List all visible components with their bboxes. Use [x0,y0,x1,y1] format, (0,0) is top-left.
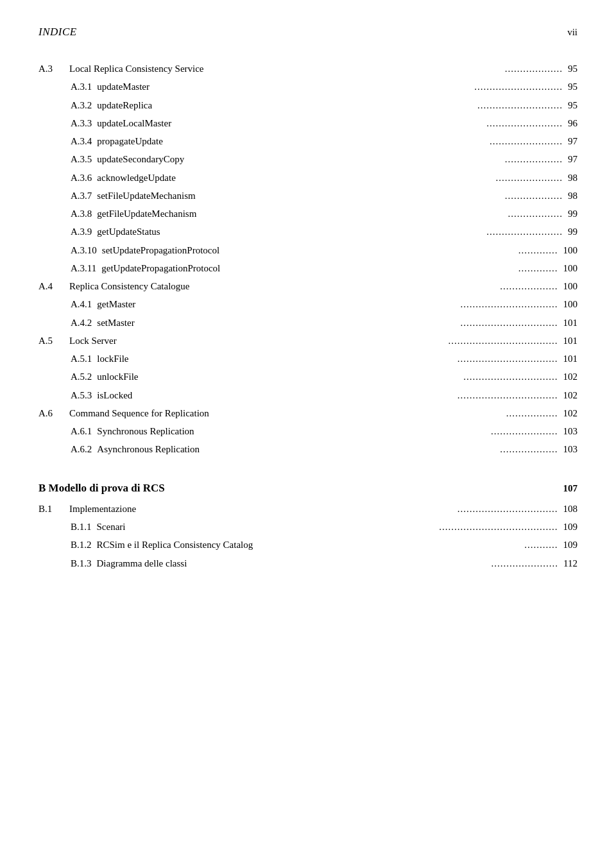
entry-page-a35: 97 [568,152,578,167]
entry-text-a310: setUpdatePropagationProtocol [102,243,219,258]
entry-dots-a3: ................... [207,62,565,76]
entry-dots-a38: .................. [199,207,565,221]
entry-text-a3: Local Replica Consistency Service [69,62,204,76]
entry-label-b12: B.1.2 [38,538,92,552]
header-page-number: vii [567,27,578,38]
entry-page-a31: 95 [568,80,578,94]
entry-page-a36: 98 [568,171,578,185]
entry-dots-b1: ................................. [139,502,560,516]
entry-dots-a61: ...................... [197,424,561,439]
toc-entry-b11: B.1.1Scenari............................… [38,520,578,536]
entry-text-a42: setMaster [97,316,134,330]
entry-page-a39: 99 [568,225,578,239]
entry-dots-a36: ...................... [178,171,565,185]
entry-text-a38: getFileUpdateMechanism [97,207,196,221]
entry-page-a53: 102 [563,388,578,403]
toc-entry-a41: A.4.1getMaster..........................… [38,297,578,314]
entry-dots-a34: ........................ [166,134,565,149]
toc-entry-a52: A.5.2unlockFile.........................… [38,370,578,386]
toc-entry-a51: A.5.1lockFile...........................… [38,352,578,368]
entry-text-a35: updateSecondaryCopy [97,152,184,167]
entry-label-a3: A.3 [38,62,64,76]
entry-dots-b11: ....................................... [128,520,561,534]
toc-entry-a42: A.4.2setMaster..........................… [38,316,578,332]
entry-page-a51: 101 [563,352,578,366]
entry-dots-a52: ............................... [141,370,561,384]
entry-page-b11: 109 [563,520,578,534]
entry-page-a42: 101 [563,316,578,330]
toc-entry-a311: A.3.11getUpdatePropagationProtocol......… [38,261,578,278]
entry-page-a4: 100 [563,279,578,294]
toc-entry-a34: A.3.4propagateUpdate....................… [38,134,578,151]
section-b-page: 107 [563,481,578,496]
toc-entry-a33: A.3.3updateLocalMaster..................… [38,116,578,133]
section-b-entry: B Modello di prova di RCS 107 [38,480,578,497]
entry-label-a34: A.3.4 [38,134,92,149]
entry-page-a32: 95 [568,98,578,113]
toc-entry-a32: A.3.2updateReplica......................… [38,98,578,115]
entry-label-b13: B.1.3 [38,556,92,571]
entry-page-a37: 98 [568,189,578,203]
entry-text-a41: getMaster [97,297,135,312]
entry-dots-a35: ................... [187,152,565,167]
entry-text-a33: updateLocalMaster [97,116,171,131]
toc-entry-b13: B.1.3Diagramma delle classi.............… [38,556,578,573]
entry-dots-a4: ................... [192,279,560,294]
toc-entry-a5: A.5Lock Server..........................… [38,334,578,350]
section-b-container: B Modello di prova di RCS 107 B.1Impleme… [38,480,578,573]
entry-page-a52: 102 [563,370,578,384]
entry-label-a31: A.3.1 [38,80,92,94]
entry-text-a36: acknowledgeUpdate [97,171,175,185]
entry-dots-a53: ................................. [135,388,560,403]
entry-text-b12: RCSim e il Replica Consistency Catalog [97,538,253,552]
toc-entry-b1: B.1Implementazione......................… [38,502,578,518]
entry-label-a6: A.6 [38,406,64,421]
entry-page-a33: 96 [568,116,578,131]
toc-entry-a38: A.3.8getFileUpdateMechanism.............… [38,207,578,223]
entry-label-a5: A.5 [38,334,64,348]
toc-entry-a39: A.3.9getUpdateStatus....................… [38,225,578,241]
entry-dots-a31: ............................. [152,80,565,94]
entry-page-b13: 112 [563,556,578,571]
entry-page-a61: 103 [563,424,578,439]
entry-page-b12: 109 [563,538,578,552]
entry-label-a37: A.3.7 [38,189,92,203]
entry-page-a38: 99 [568,207,578,221]
section-b-label: B Modello di prova di RCS [38,480,165,497]
toc-entry-a31: A.3.1updateMaster.......................… [38,80,578,96]
entry-dots-a41: ................................ [138,297,560,312]
entry-page-a311: 100 [563,261,578,276]
entry-dots-a32: ............................ [155,98,565,113]
entry-label-a41: A.4.1 [38,297,92,312]
entry-dots-a6: ................. [212,406,561,421]
entry-text-b11: Scenari [97,520,126,534]
toc-entry-a6: A.6Command Sequence for Replication.....… [38,406,578,423]
toc-entry-a62: A.6.2Asynchronous Replication...........… [38,442,578,459]
entry-page-a310: 100 [563,243,578,258]
entry-text-a37: setFileUpdateMechanism [97,189,195,203]
entry-page-a5: 101 [563,334,578,348]
toc-section-a: A.3Local Replica Consistency Service....… [38,62,578,459]
toc-entry-a61: A.6.1Synchronous Replication............… [38,424,578,441]
entry-text-a5: Lock Server [69,334,117,348]
entry-page-a62: 103 [563,442,578,457]
toc-entry-a310: A.3.10setUpdatePropagationProtocol......… [38,243,578,260]
page-header: INDICE vii [38,26,578,38]
entry-text-a53: isLocked [97,388,132,403]
entry-text-a6: Command Sequence for Replication [69,406,209,421]
entry-dots-a51: ................................. [132,352,561,366]
toc-entry-b12: B.1.2RCSim e il Replica Consistency Cata… [38,538,578,554]
toc-entry-a36: A.3.6acknowledgeUpdate..................… [38,171,578,187]
entry-label-a310: A.3.10 [38,243,97,258]
entry-label-a39: A.3.9 [38,225,92,239]
entry-label-a61: A.6.1 [38,424,92,439]
entry-dots-a33: ......................... [174,116,565,131]
entry-dots-b13: ...................... [189,556,561,571]
entry-label-b1: B.1 [38,502,64,516]
entry-label-a38: A.3.8 [38,207,92,221]
entry-text-a32: updateReplica [97,98,152,113]
entry-dots-a5: .................................... [119,334,561,348]
entry-page-a34: 97 [568,134,578,149]
entry-label-a35: A.3.5 [38,152,92,167]
entry-label-a36: A.3.6 [38,171,92,185]
